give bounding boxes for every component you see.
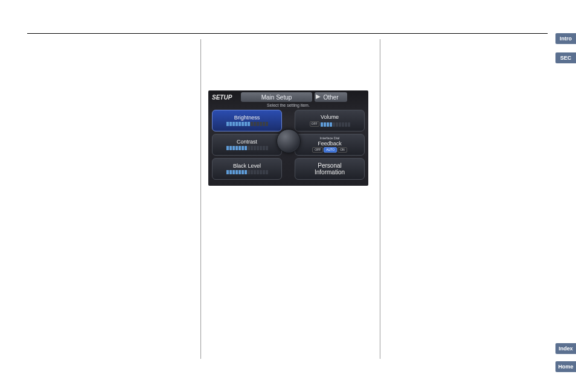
setup-body: Brightness Contrast Black Level Volume O… [212,110,365,186]
level-segment [245,170,247,174]
panel-label: Brightness [234,115,260,121]
level-segment [242,122,244,126]
tab-main-setup[interactable]: Main Setup [241,92,312,102]
level-segment [235,146,238,150]
level-segment [342,122,344,127]
arrow-right-icon: ▶ [316,93,321,100]
level-bar [226,122,268,126]
level-segment [324,122,326,127]
level-segment [229,146,232,150]
level-segment [257,122,259,126]
level-segment [266,170,268,174]
level-segment [245,146,247,150]
panel-label: Personal Information [315,162,345,175]
feedback-auto[interactable]: AUTO [324,147,337,153]
nav-intro-button[interactable]: Intro [555,33,576,44]
level-segment [321,122,323,127]
level-segment [251,170,253,174]
horizontal-rule [27,33,548,34]
level-segment [226,170,229,174]
level-segment [226,146,229,150]
level-segment [232,146,235,150]
level-segment [263,122,265,126]
level-segment [245,122,247,126]
off-badge: OFF [310,121,319,127]
level-segment [257,146,259,150]
level-segment [254,170,256,174]
panel-contrast[interactable]: Contrast [212,134,282,156]
level-segment [330,122,332,127]
level-segment [260,170,262,174]
level-segment [266,122,268,126]
level-bar [226,146,268,150]
level-segment [238,170,241,174]
level-segment [333,122,335,127]
level-segment [327,122,329,127]
setup-subtitle: Select the setting item. [208,103,368,107]
personal-line1: Personal [318,162,341,169]
panel-label: Contrast [237,139,257,145]
level-segment [348,122,350,127]
panel-black-level[interactable]: Black Level [212,158,282,180]
interface-dial-label: Interface Dial [320,137,339,141]
level-segment [226,122,229,126]
level-segment [232,170,235,174]
level-segment [263,170,265,174]
personal-line2: Information [315,169,345,175]
volume-row: OFF [310,121,350,127]
level-segment [336,122,338,127]
nav-index-button[interactable]: Index [555,343,576,354]
feedback-on[interactable]: ON [338,147,347,153]
level-segment [242,146,244,150]
panel-personal-information[interactable]: Personal Information [295,158,365,180]
level-segment [248,122,250,126]
level-segment [229,170,232,174]
level-segment [263,146,265,150]
setup-title: SETUP [208,94,240,101]
nav-sec-button[interactable]: SEC [555,52,576,63]
level-segment [235,170,238,174]
panel-label: Volume [321,115,339,120]
level-segment [257,170,259,174]
nav-home-button[interactable]: Home [555,361,576,372]
level-segment [251,122,253,126]
level-segment [229,122,232,126]
level-bar [226,170,268,174]
level-segment [345,122,347,127]
feedback-off[interactable]: OFF [312,147,323,153]
level-segment [251,146,253,150]
level-bar [321,122,350,127]
setup-header: SETUP Main Setup ▶ Other [208,90,368,104]
panel-volume[interactable]: Volume OFF [295,110,365,131]
level-segment [254,146,256,150]
level-segment [232,122,235,126]
center-column [200,39,380,359]
level-segment [260,122,262,126]
level-segment [248,170,250,174]
level-segment [254,122,256,126]
panel-label: Feedback [318,141,342,147]
level-segment [238,146,241,150]
level-segment [235,122,238,126]
level-segment [242,170,244,174]
setup-screen: SETUP Main Setup ▶ Other Select the sett… [208,90,368,186]
level-segment [266,146,268,150]
panel-brightness[interactable]: Brightness [212,110,282,131]
panel-feedback[interactable]: Interface Dial Feedback OFF AUTO ON [295,134,365,156]
level-segment [260,146,262,150]
level-segment [339,122,341,127]
feedback-row: OFF AUTO ON [312,147,347,153]
level-segment [238,122,241,126]
dial-icon [277,129,301,153]
panel-label: Black Level [233,163,261,169]
level-segment [248,146,250,150]
